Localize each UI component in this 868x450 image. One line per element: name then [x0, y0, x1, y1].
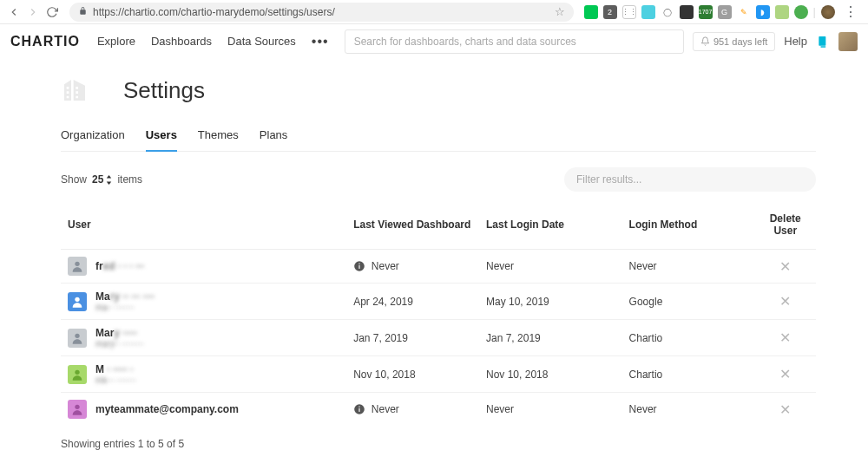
- table-footer: Showing entries 1 to 5 of 5: [61, 438, 816, 450]
- cell-last-login: May 10, 2019: [479, 284, 622, 320]
- user-name[interactable]: fred · · · ···: [95, 260, 144, 272]
- profile-icon[interactable]: [821, 5, 835, 19]
- extension-icons: 2 ⋮⋮ ◯ 1707 G ✎ ◗ | ⋮: [584, 5, 861, 19]
- docs-icon[interactable]: [816, 35, 830, 49]
- url-text: https://chartio.com/chartio-marydemo/set…: [93, 6, 335, 18]
- nav-more-icon[interactable]: •••: [312, 34, 329, 49]
- user-name[interactable]: Mary ·····: [95, 327, 144, 339]
- cell-login-method: Google: [622, 284, 755, 320]
- user-avatar-icon: [68, 329, 87, 348]
- svg-point-9: [75, 405, 79, 409]
- table-row: Mary ····· mary·· ········· Jan 7, 2019 …: [61, 320, 816, 356]
- extension-icon[interactable]: ✎: [737, 5, 751, 19]
- cell-login-method: Chartio: [622, 320, 755, 356]
- sort-icon: [106, 175, 112, 185]
- table-row: fred · · · ··· Never Never Never ✕: [61, 250, 816, 284]
- delete-user-button[interactable]: ✕: [761, 366, 809, 382]
- user-email: ma·· ········: [95, 303, 155, 312]
- col-delete: Delete User: [754, 204, 816, 250]
- extension-icon[interactable]: ◗: [756, 5, 770, 19]
- cell-last-login: Jan 7, 2019: [479, 320, 622, 356]
- delete-user-button[interactable]: ✕: [761, 293, 809, 310]
- cell-last-login: Nov 10, 2018: [479, 356, 622, 393]
- user-avatar-icon: [68, 400, 87, 419]
- reload-button[interactable]: [45, 5, 59, 19]
- cell-login-method: Never: [622, 393, 755, 427]
- user-name[interactable]: M · ····· ·: [95, 363, 136, 375]
- tab-themes[interactable]: Themes: [198, 128, 239, 151]
- nav-dashboards[interactable]: Dashboards: [151, 35, 212, 48]
- nav-explore[interactable]: Explore: [97, 35, 135, 48]
- svg-point-8: [75, 369, 79, 374]
- menu-icon[interactable]: ⋮: [840, 5, 861, 19]
- extension-icon[interactable]: [794, 5, 808, 19]
- col-last-viewed[interactable]: Last Viewed Dashboard: [346, 204, 479, 250]
- bell-icon: [700, 36, 710, 46]
- logo[interactable]: CHARTIO: [10, 34, 80, 49]
- tab-plans[interactable]: Plans: [260, 128, 288, 151]
- extension-icon[interactable]: ◯: [661, 5, 674, 19]
- svg-rect-4: [359, 265, 360, 269]
- page-title: Settings: [123, 77, 205, 104]
- user-email: mk··· ········: [95, 375, 136, 385]
- cell-login-method: Chartio: [622, 356, 755, 393]
- page-size-control: Show 25 items: [61, 173, 142, 186]
- cell-last-viewed: Never: [346, 393, 479, 427]
- delete-user-button[interactable]: ✕: [761, 258, 809, 275]
- svg-point-7: [75, 333, 79, 337]
- help-link[interactable]: Help: [784, 35, 807, 48]
- back-button[interactable]: [7, 5, 21, 19]
- table-row: M · ····· · mk··· ········ Nov 10, 2018 …: [61, 356, 816, 393]
- extension-icon[interactable]: ⋮⋮: [622, 5, 636, 19]
- svg-rect-12: [359, 407, 360, 408]
- user-name[interactable]: myteammate@company.com: [95, 403, 239, 415]
- table-row: myteammate@company.com Never Never Never…: [61, 393, 816, 427]
- cell-last-viewed: Jan 7, 2019: [346, 320, 479, 356]
- user-avatar[interactable]: [838, 32, 858, 51]
- settings-tabs: Organization Users Themes Plans: [61, 128, 816, 152]
- page-content: Settings Organization Users Themes Plans…: [0, 59, 868, 450]
- extension-icon[interactable]: 2: [603, 5, 617, 19]
- app-topnav: CHARTIO Explore Dashboards Data Sources …: [0, 24, 868, 59]
- delete-user-button[interactable]: ✕: [761, 401, 809, 418]
- user-avatar-icon: [68, 365, 87, 384]
- delete-user-button[interactable]: ✕: [761, 329, 809, 346]
- svg-rect-11: [359, 408, 360, 412]
- cell-last-viewed: Apr 24, 2019: [346, 284, 479, 320]
- svg-rect-1: [820, 46, 825, 47]
- address-bar[interactable]: https://chartio.com/chartio-marydemo/set…: [69, 3, 574, 22]
- svg-point-6: [75, 297, 79, 301]
- extension-icon[interactable]: [775, 5, 789, 19]
- extension-icon[interactable]: [584, 5, 598, 19]
- users-table: User Last Viewed Dashboard Last Login Da…: [61, 204, 816, 426]
- table-row: Mary ·· ··· ···· ma·· ········ Apr 24, 2…: [61, 284, 816, 320]
- filter-input[interactable]: Filter results...: [564, 167, 816, 192]
- cell-last-login: Never: [479, 250, 622, 284]
- extension-icon[interactable]: [680, 5, 694, 19]
- extension-icon[interactable]: [641, 5, 655, 19]
- user-avatar-icon: [68, 257, 87, 276]
- trial-days-left[interactable]: 951 days left: [693, 32, 775, 51]
- extension-icon[interactable]: G: [718, 5, 732, 19]
- cell-last-login: Never: [479, 393, 622, 427]
- info-icon[interactable]: [353, 403, 365, 415]
- col-last-login[interactable]: Last Login Date: [479, 204, 622, 250]
- forward-button[interactable]: [26, 5, 40, 19]
- extension-icon[interactable]: 1707: [699, 5, 713, 19]
- col-login-method[interactable]: Login Method: [622, 204, 755, 250]
- info-icon[interactable]: [353, 260, 365, 272]
- tab-users[interactable]: Users: [146, 128, 177, 152]
- svg-rect-0: [819, 36, 825, 46]
- tab-organization[interactable]: Organization: [61, 128, 125, 151]
- user-email: mary·· ·········: [95, 339, 144, 349]
- cell-last-viewed: Never: [346, 250, 479, 284]
- svg-point-2: [75, 262, 79, 266]
- nav-datasources[interactable]: Data Sources: [227, 35, 296, 48]
- cell-login-method: Never: [622, 250, 755, 284]
- cell-last-viewed: Nov 10, 2018: [346, 356, 479, 393]
- search-input[interactable]: Search for dashboards, charts and data s…: [345, 29, 684, 54]
- page-size-select[interactable]: 25: [92, 173, 112, 186]
- col-user[interactable]: User: [61, 204, 346, 250]
- bookmark-star-icon[interactable]: ☆: [555, 5, 565, 18]
- user-name[interactable]: Mary ·· ··· ····: [95, 290, 155, 303]
